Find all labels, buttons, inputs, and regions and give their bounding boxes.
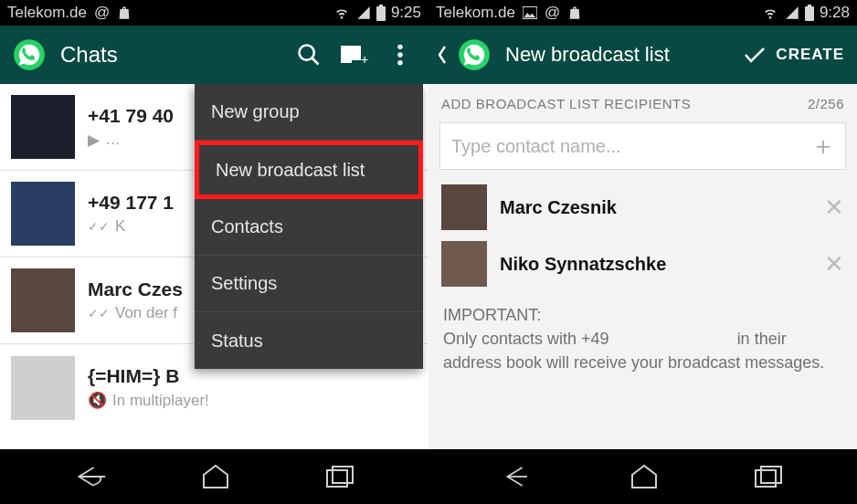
recipient-name: Marc Czesnik	[500, 197, 811, 218]
device-broadcast: Telekom.de @ 9:28	[428, 0, 857, 504]
avatar	[441, 184, 487, 230]
signal-icon	[356, 5, 371, 20]
section-header: ADD BROADCAST LIST RECIPIENTS 2/256	[428, 84, 857, 122]
carrier-label: Telekom.de	[436, 4, 515, 22]
remove-recipient-icon[interactable]: ✕	[824, 194, 844, 222]
read-receipt-icon: ✓✓	[88, 219, 110, 234]
read-receipt-icon: ✓✓	[88, 306, 110, 320]
image-icon	[523, 6, 537, 19]
search-icon[interactable]	[293, 39, 324, 70]
svg-point-9	[397, 52, 402, 57]
home-icon[interactable]	[629, 464, 660, 489]
chat-subtitle: ▶ …	[88, 131, 174, 150]
menu-contacts[interactable]: Contacts	[195, 199, 423, 256]
chat-subtitle: ✓✓ Von der f	[88, 304, 183, 322]
whatsapp-icon	[13, 38, 46, 71]
chat-name: Marc Czes	[88, 278, 183, 300]
menu-new-broadcast[interactable]: New broadcast list	[195, 141, 423, 199]
app-bar: Chats +	[0, 26, 428, 84]
new-chat-icon[interactable]: +	[339, 39, 370, 70]
menu-settings[interactable]: Settings	[195, 256, 423, 312]
svg-rect-0	[376, 6, 386, 21]
svg-line-4	[312, 58, 319, 65]
info-heading: IMPORTANT:	[443, 303, 842, 327]
carrier-label: Telekom.de	[7, 4, 87, 22]
avatar	[11, 356, 75, 420]
bag-icon	[567, 5, 582, 20]
svg-rect-15	[808, 5, 811, 6]
chat-subtitle: ✓✓ K	[88, 217, 174, 236]
chat-name: +41 79 40	[88, 105, 174, 127]
status-bar: Telekom.de @ 9:25	[0, 0, 428, 26]
add-contact-icon[interactable]: ＋	[810, 129, 836, 163]
svg-rect-18	[761, 467, 781, 483]
recipient-row[interactable]: Marc Czesnik ✕	[428, 179, 857, 236]
home-icon[interactable]	[200, 464, 231, 489]
chat-subtitle: 🔇 In multiplayer!	[88, 391, 209, 410]
app-title: New broadcast list	[505, 43, 728, 67]
status-bar: Telekom.de @ 9:28	[428, 0, 857, 26]
svg-text:+: +	[361, 52, 368, 67]
device-chats: Telekom.de @ 9:25	[0, 0, 428, 504]
broadcast-content: ADD BROADCAST LIST RECIPIENTS 2/256 ＋ Ma…	[428, 84, 857, 449]
section-label: ADD BROADCAST LIST RECIPIENTS	[441, 96, 691, 111]
contact-search-input[interactable]	[450, 135, 810, 158]
app-bar: New broadcast list CREATE	[428, 26, 857, 84]
recent-apps-icon[interactable]	[325, 465, 354, 488]
svg-point-3	[300, 46, 314, 60]
chat-name: {=HIM=} B	[88, 365, 209, 387]
at-icon: @	[94, 4, 110, 22]
avatar	[11, 268, 75, 332]
clock-label: 9:28	[820, 4, 850, 22]
battery-icon	[376, 5, 386, 21]
overflow-menu-icon[interactable]	[385, 39, 416, 70]
whatsapp-icon[interactable]	[458, 38, 491, 71]
wifi-icon	[761, 5, 779, 20]
svg-rect-14	[805, 6, 814, 21]
recent-apps-icon[interactable]	[754, 465, 783, 488]
contact-search-row: ＋	[439, 122, 846, 170]
svg-rect-11	[327, 470, 347, 487]
info-text: IMPORTANT: Only contacts with +49 in the…	[428, 292, 857, 385]
battery-icon	[805, 5, 814, 21]
create-button[interactable]: CREATE	[743, 46, 844, 64]
chat-list: +41 79 40 ▶ … +49 177 1 ✓✓ K	[0, 84, 428, 449]
recipient-row[interactable]: Niko Synnatzschke ✕	[428, 236, 857, 292]
android-nav-bar	[0, 449, 428, 504]
menu-status[interactable]: Status	[195, 312, 423, 369]
at-icon: @	[545, 4, 560, 22]
muted-icon: 🔇	[88, 391, 107, 410]
avatar	[11, 95, 75, 159]
avatar	[441, 241, 487, 287]
clock-label: 9:25	[391, 4, 421, 22]
recipient-count: 2/256	[808, 96, 844, 111]
back-icon[interactable]	[503, 463, 535, 490]
play-icon: ▶	[88, 131, 100, 150]
chat-name: +49 177 1	[88, 192, 174, 214]
signal-icon	[785, 5, 799, 20]
back-chevron-icon[interactable]	[436, 44, 449, 66]
svg-point-8	[397, 45, 402, 49]
remove-recipient-icon[interactable]: ✕	[824, 250, 844, 278]
back-icon[interactable]	[74, 463, 107, 490]
app-title: Chats	[60, 42, 279, 68]
svg-rect-17	[756, 470, 776, 487]
avatar	[11, 182, 75, 246]
svg-point-10	[397, 60, 402, 65]
svg-rect-6	[341, 60, 352, 63]
overflow-menu: New group New broadcast list Contacts Se…	[195, 84, 423, 369]
svg-rect-12	[333, 467, 353, 483]
svg-rect-5	[341, 46, 361, 60]
wifi-icon	[333, 5, 351, 20]
menu-new-group[interactable]: New group	[195, 84, 423, 141]
android-nav-bar	[428, 449, 857, 504]
recipient-name: Niko Synnatzschke	[500, 254, 811, 275]
svg-rect-1	[379, 5, 383, 6]
bag-icon	[117, 5, 132, 20]
